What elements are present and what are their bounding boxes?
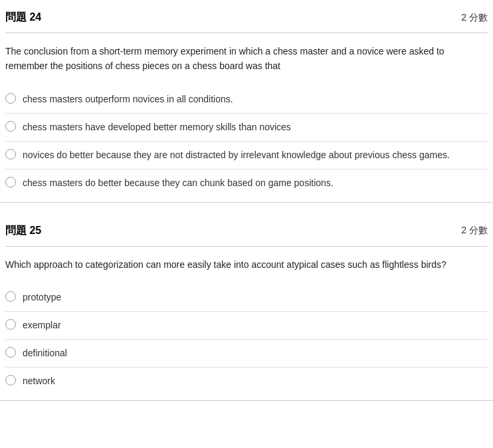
- question-24-radio-1[interactable]: [5, 93, 16, 104]
- question-24-option-2-row[interactable]: chess masters have developed better memo…: [5, 114, 488, 142]
- question-24-radio-4[interactable]: [5, 177, 16, 187]
- question-24-option-1-label: chess masters outperform novices in all …: [23, 92, 233, 106]
- question-25-option-2-row[interactable]: exemplar: [5, 312, 488, 340]
- question-24-header: 問題 24 2 分數: [5, 11, 488, 33]
- question-25-option-1-label: prototype: [23, 290, 61, 304]
- question-24-radio-3[interactable]: [5, 149, 16, 160]
- question-24-block: 問題 24 2 分數 The conclusion from a short-t…: [0, 0, 493, 203]
- question-25-option-4-row[interactable]: network: [5, 368, 488, 395]
- question-25-option-2-label: exemplar: [23, 318, 61, 332]
- question-25-radio-1[interactable]: [5, 291, 16, 302]
- question-24-text: The conclusion from a short-term memory …: [5, 44, 488, 74]
- question-25-header: 問題 25 2 分數: [5, 224, 488, 247]
- question-25-points: 2 分數: [461, 225, 488, 237]
- spacer-between-questions: [0, 203, 493, 213]
- question-25-option-4-label: network: [23, 374, 55, 388]
- question-24-points: 2 分數: [461, 12, 488, 24]
- question-25-option-3-row[interactable]: definitional: [5, 340, 488, 368]
- question-25-radio-3[interactable]: [5, 347, 16, 358]
- question-24-option-3-label: novices do better because they are not d…: [23, 148, 450, 162]
- question-24-number: 問題 24: [5, 11, 41, 25]
- question-25-option-1-row[interactable]: prototype: [5, 284, 488, 312]
- question-24-option-3-row[interactable]: novices do better because they are not d…: [5, 142, 488, 169]
- question-25-block: 問題 25 2 分數 Which approach to categorizat…: [0, 213, 493, 401]
- question-25-radio-4[interactable]: [5, 375, 16, 386]
- question-25-radio-2[interactable]: [5, 319, 16, 330]
- question-25-option-3-label: definitional: [23, 346, 67, 360]
- question-25-text: Which approach to categorization can mor…: [5, 257, 488, 272]
- question-24-option-4-label: chess masters do better because they can…: [23, 176, 334, 190]
- question-24-radio-2[interactable]: [5, 121, 16, 132]
- question-24-option-1-row[interactable]: chess masters outperform novices in all …: [5, 86, 488, 114]
- question-25-number: 問題 25: [5, 224, 41, 238]
- question-24-option-2-label: chess masters have developed better memo…: [23, 120, 291, 134]
- question-24-option-4-row[interactable]: chess masters do better because they can…: [5, 169, 488, 197]
